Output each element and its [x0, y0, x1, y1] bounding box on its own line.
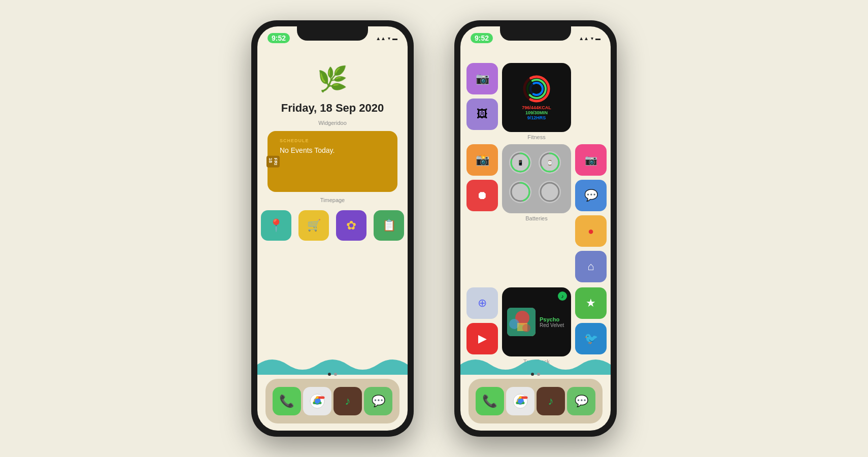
widgeridoo-label: Widgeridoo [318, 120, 347, 126]
kcal-stat: 796/444KCAL [522, 105, 551, 110]
spotify-small-icon: ♪ [558, 291, 567, 301]
maps-app-icon[interactable]: 📍 [261, 210, 291, 241]
tune-artist: Red Velvet [540, 322, 566, 328]
battery-1: 📱 [509, 151, 531, 174]
row-2-section: 📸 ⏺ 📱 [466, 144, 605, 282]
camera2-icon[interactable]: 📷 [575, 144, 607, 176]
col-icons-3: 📷 💬 ● ⌂ [575, 144, 607, 282]
tunetrack-widget[interactable]: Psycho Red Velvet ♪ [502, 287, 571, 356]
day-badge: FRI18 [266, 156, 280, 168]
battery-2: ⌚ [539, 151, 561, 174]
chrome-dock-icon-left[interactable] [303, 387, 331, 415]
hrs-stat: 9/12HRS [522, 115, 551, 120]
messages-dock-icon-left[interactable]: 💬 [364, 387, 392, 415]
spotify-dock-icon-right[interactable]: ♪ [537, 387, 565, 415]
schedule-label: SCHEDULE [280, 138, 390, 143]
signal-icon-right: ▲▲ [579, 36, 589, 41]
col-icons-1: 📷 🖼 [466, 63, 498, 130]
dot-r2 [537, 373, 540, 376]
date-display: Friday, 18 Sep 2020 [281, 102, 384, 115]
discord-icon[interactable]: ⊕ [466, 287, 498, 319]
home-icon[interactable]: ⌂ [575, 251, 607, 282]
battery-icon-right: ▬ [595, 36, 600, 41]
photos-app-icon[interactable]: 🖼 [466, 99, 498, 130]
notch [297, 26, 368, 41]
tasks-app-icon[interactable]: 📋 [374, 210, 404, 241]
dot-r1 [531, 373, 534, 376]
schedule-widget: FRI18 SCHEDULE No Events Today. [268, 131, 397, 192]
messages-dock-icon-right[interactable]: 💬 [567, 387, 595, 415]
fitness-label: Fitness [527, 134, 545, 140]
svg-point-17 [541, 183, 559, 201]
status-icons-left: ▲▲ ▾ ▬ [376, 36, 397, 41]
app-row-left: 📍 🛒 ✿ 📋 [261, 210, 404, 241]
action-cam-icon[interactable]: 📸 [466, 144, 498, 176]
status-time-right: 9:52 [471, 33, 493, 43]
page-dots-left [257, 373, 408, 376]
record-icon[interactable]: ⏺ [466, 180, 498, 211]
activity-rings [522, 75, 551, 103]
timepage-label: Timepage [320, 197, 345, 203]
svg-point-2 [315, 399, 320, 404]
grocery-app-icon[interactable]: 🛒 [298, 210, 329, 241]
batteries-widget[interactable]: 📱 ⌚ [502, 144, 571, 213]
reddit-icon[interactable]: ● [575, 215, 607, 247]
dot-2 [334, 373, 337, 376]
notch-right [500, 26, 571, 41]
batteries-label: Batteries [525, 215, 547, 221]
dot-1 [328, 373, 331, 376]
col-icons-4: ⊕ ▶ [466, 287, 498, 354]
left-phone: 9:52 ▲▲ ▾ ▬ 🌿 Friday, 18 Sep 2020 Widger… [251, 20, 414, 437]
col-icons-5: ★ 🐦 [575, 287, 607, 354]
row-1: 📷 🖼 [466, 63, 605, 140]
svg-text:⌚: ⌚ [547, 159, 553, 166]
phone-dock-icon-left[interactable]: 📞 [273, 387, 301, 415]
fitness-stats: 796/444KCAL 109/30MIN 9/12HRS [522, 105, 551, 120]
svg-point-25 [518, 399, 523, 404]
phone-dock-icon-right[interactable]: 📞 [476, 387, 504, 415]
star-app-icon[interactable]: ★ [575, 287, 607, 319]
schedule-text: No Events Today. [280, 146, 390, 154]
acnh-mascot-icon: 🌿 [317, 65, 348, 93]
min-stat: 109/30MIN [522, 110, 551, 115]
camera-app-icon[interactable]: 📷 [466, 63, 498, 94]
battery-3 [509, 181, 531, 203]
right-screen: 9:52 ▲▲ ▾ ▬ 📷 🖼 [460, 26, 611, 431]
battery-icon: ▬ [392, 36, 397, 41]
widgetkit-app-icon[interactable]: ✿ [336, 210, 366, 241]
battery-4 [539, 181, 561, 203]
svg-text:📱: 📱 [517, 159, 524, 166]
wave-decoration-right [460, 349, 611, 375]
chrome-dock-icon-right[interactable] [506, 387, 535, 415]
left-screen: 9:52 ▲▲ ▾ ▬ 🌿 Friday, 18 Sep 2020 Widger… [257, 26, 408, 431]
wave-decoration-left [257, 349, 408, 375]
col-icons-2: 📸 ⏺ [466, 144, 498, 211]
status-time-left: 9:52 [268, 33, 290, 43]
status-icons-right: ▲▲ ▾ ▬ [579, 36, 600, 41]
spotify-dock-icon-left[interactable]: ♪ [333, 387, 362, 415]
tune-title: Psycho [540, 316, 566, 322]
page-dots-right [460, 373, 611, 376]
fitness-widget[interactable]: 796/444KCAL 109/30MIN 9/12HRS [502, 63, 571, 132]
dock-left: 📞 ♪ 💬 [265, 379, 399, 423]
tune-info: Psycho Red Velvet [540, 316, 566, 328]
messenger-icon[interactable]: 💬 [575, 180, 607, 211]
left-content: 🌿 Friday, 18 Sep 2020 Widgeridoo FRI18 S… [257, 45, 408, 241]
album-art [507, 308, 536, 336]
right-phone: 9:52 ▲▲ ▾ ▬ 📷 🖼 [454, 20, 617, 437]
dock-right: 📞 ♪ 💬 [469, 379, 603, 423]
right-content: 📷 🖼 [460, 45, 611, 365]
signal-icon: ▲▲ [376, 36, 386, 41]
wifi-icon: ▾ [388, 36, 390, 41]
wifi-icon-right: ▾ [591, 36, 593, 41]
svg-point-22 [522, 324, 530, 332]
